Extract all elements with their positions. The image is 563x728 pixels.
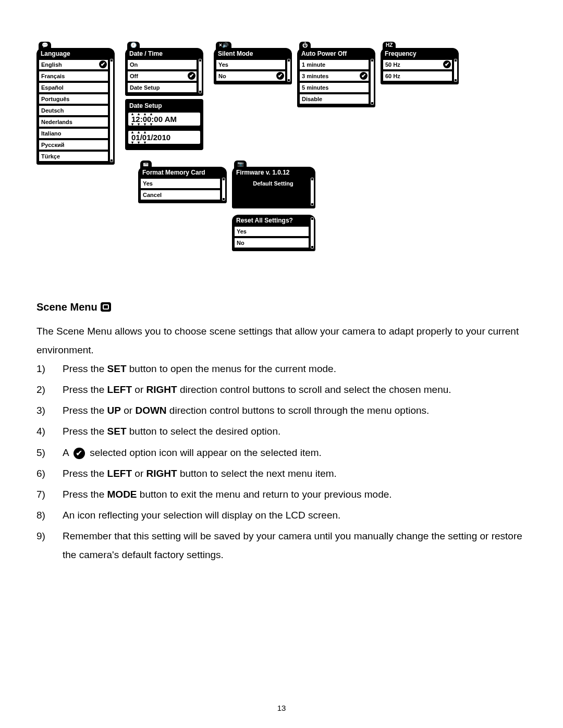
menu-title: Reset All Settings? [232,215,315,226]
step-text: Press the MODE button to exit the menu a… [63,485,392,504]
time-field[interactable]: ▴▴▴▴ 12:00:00 AM ▾▾▾▾ [127,112,201,127]
step-number: 9) [36,527,49,564]
menu-screenshots: 💬 Language English✔ Français Español Por… [36,42,527,281]
menu-item[interactable]: 5 minutes [299,82,369,93]
speech-icon: 💬 [39,42,51,50]
menu-item[interactable]: No [234,238,309,248]
menu-item[interactable]: 50 Hz✔ [383,59,452,70]
menu-item[interactable]: Cancel [140,190,221,200]
menu-language: 💬 Language English✔ Français Español Por… [36,48,115,165]
menu-item[interactable]: Français [39,71,108,81]
step-number: 3) [36,401,49,420]
step-text: A ✔ selected option icon will appear on … [63,443,322,462]
step-text: Press the LEFT or RIGHT direction contro… [63,380,451,399]
menu-frequency: HZ Frequency 50 Hz✔ 60 Hz [381,48,459,84]
menu-item[interactable]: Yes [234,226,309,237]
scrollbar[interactable] [287,58,291,82]
step-text: An icon reflecting your selection will d… [63,506,340,525]
menu-silent: ×🔊 Silent Mode Yes No✔ [214,48,292,84]
step-number: 2) [36,380,49,399]
page-number: 13 [0,704,563,712]
step-text: Press the SET button to open the menus f… [63,360,336,378]
check-icon: ✔ [188,72,195,80]
step: 3)Press the UP or DOWN direction control… [36,401,527,420]
step-number: 5) [36,443,49,462]
menu-item[interactable]: Español [39,82,108,93]
step: 4)Press the SET button to select the des… [36,422,527,441]
clock-icon: 🕘 [127,42,140,50]
step-text: Press the UP or DOWN direction control b… [63,401,429,420]
menu-firmware: 📷 Firmware v. 1.0.12 Default Setting [232,167,315,208]
menu-item[interactable]: Date Setup [127,82,197,93]
step-number: 1) [36,360,49,378]
check-icon: ✔ [74,448,85,459]
check-icon: ✔ [360,72,368,80]
step: 6)Press the LEFT or RIGHT button to sele… [36,464,527,483]
check-icon: ✔ [99,60,107,68]
steps-list: 1)Press the SET button to open the menus… [36,360,527,564]
menu-datetime: 🕘 Date / Time On Off✔ Date Setup [125,48,203,96]
menu-item-highlight[interactable]: Default Setting [237,178,309,189]
scrollbar[interactable] [310,217,314,249]
step-number: 8) [36,506,49,525]
scene-icon [101,302,111,312]
panel-title: Date Setup [127,101,201,112]
step: 7)Press the MODE button to exit the menu… [36,485,527,504]
menu-item[interactable]: Türkçe [39,151,108,162]
step-number: 7) [36,485,49,504]
scene-menu-section: Scene Menu The Scene Menu allows you to … [36,297,527,564]
menu-item[interactable]: Yes [140,178,221,189]
menu-item[interactable]: Disable [299,94,369,104]
hz-icon: HZ [383,42,396,50]
step-number: 4) [36,422,49,441]
menu-item[interactable]: Português [39,94,108,104]
step: 5)A ✔ selected option icon will appear o… [36,443,527,462]
section-heading: Scene Menu [36,297,527,317]
section-intro: The Scene Menu allows you to choose scen… [36,322,527,360]
menu-item[interactable]: Yes [216,59,286,70]
step: 8)An icon reflecting your selection will… [36,506,527,525]
step-text: Remember that this setting will be saved… [63,527,527,564]
scrollbar[interactable] [198,58,202,94]
panel-date-setup: Date Setup ▴▴▴▴ 12:00:00 AM ▾▾▾▾ ▴▴▴ 01/… [125,99,203,150]
scrollbar[interactable] [109,58,114,163]
step-text: Press the LEFT or RIGHT button to select… [63,464,337,483]
camera-icon: 📷 [234,161,247,169]
menu-item[interactable]: 3 minutes✔ [299,71,369,81]
menu-item[interactable]: On [127,59,197,70]
card-icon: 🖴 [140,161,152,169]
menu-reset: Reset All Settings? Yes No [232,215,315,251]
menu-item[interactable]: Русский [39,140,108,150]
scrollbar[interactable] [454,58,458,82]
step-number: 6) [36,464,49,483]
menu-item[interactable]: Off✔ [127,71,197,81]
power-icon: ⏻ [299,42,311,50]
check-icon: ✔ [443,60,451,68]
menu-item[interactable]: Deutsch [39,105,108,116]
menu-format: 🖴 Format Memory Card Yes Cancel [138,167,227,203]
step-text: Press the SET button to select the desir… [63,422,280,441]
mute-icon: ×🔊 [216,42,231,50]
menu-item[interactable]: 1 minute [299,59,369,70]
step: 1)Press the SET button to open the menus… [36,360,527,378]
menu-item[interactable]: English✔ [39,59,108,70]
step: 9)Remember that this setting will be sav… [36,527,527,564]
check-icon: ✔ [276,72,284,80]
menu-autopower: ⏻ Auto Power Off 1 minute 3 minutes✔ 5 m… [297,48,375,107]
menu-item[interactable]: Nederlands [39,117,108,127]
manual-page: 💬 Language English✔ Français Español Por… [0,0,563,728]
scrollbar[interactable] [222,177,226,201]
menu-item[interactable]: No✔ [216,71,286,81]
date-field[interactable]: ▴▴▴ 01/01/2010 ▾▾▾ [127,130,201,145]
scrollbar[interactable] [370,58,374,105]
scrollbar[interactable] [310,177,314,206]
step: 2)Press the LEFT or RIGHT direction cont… [36,380,527,399]
menu-item[interactable]: 60 Hz [383,71,452,81]
menu-item[interactable]: Italiano [39,128,108,139]
